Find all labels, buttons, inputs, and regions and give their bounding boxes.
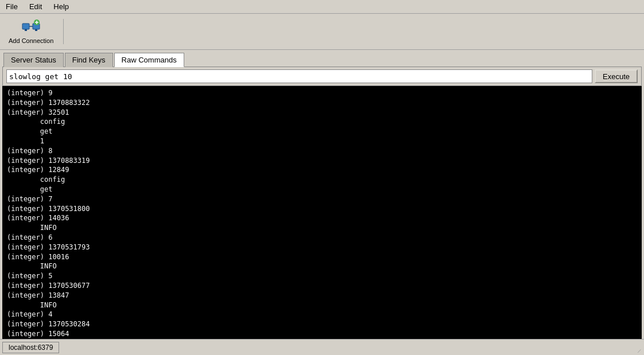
status-connection[interactable]: localhost:6379 bbox=[2, 342, 59, 353]
tab-find-keys[interactable]: Find Keys bbox=[65, 53, 113, 67]
add-connection-label: Add Connection bbox=[9, 37, 53, 44]
command-bar: Execute bbox=[2, 67, 642, 86]
output-terminal[interactable]: (integer) 9 (integer) 1370883322 (intege… bbox=[2, 86, 642, 346]
tab-raw-commands[interactable]: Raw Commands bbox=[114, 53, 184, 67]
add-connection-icon bbox=[22, 19, 40, 37]
toolbar-separator bbox=[63, 19, 64, 44]
menu-edit[interactable]: Edit bbox=[26, 1, 45, 12]
add-connection-button[interactable]: Add Connection bbox=[3, 16, 59, 47]
svg-rect-0 bbox=[22, 24, 29, 29]
menu-help[interactable]: Help bbox=[50, 1, 72, 12]
tab-bar: Server Status Find Keys Raw Commands bbox=[0, 50, 644, 67]
resize-handle[interactable]: ⟋ bbox=[635, 346, 644, 355]
svg-rect-4 bbox=[35, 29, 37, 31]
toolbar: Add Connection bbox=[0, 14, 644, 50]
status-bar: localhost:6379 ⟋ bbox=[0, 339, 644, 355]
command-input[interactable] bbox=[6, 69, 592, 83]
menu-bar: File Edit Help bbox=[0, 0, 644, 14]
execute-button[interactable]: Execute bbox=[595, 69, 638, 83]
svg-rect-3 bbox=[25, 29, 27, 31]
menu-file[interactable]: File bbox=[2, 1, 21, 12]
tab-server-status[interactable]: Server Status bbox=[3, 53, 64, 67]
